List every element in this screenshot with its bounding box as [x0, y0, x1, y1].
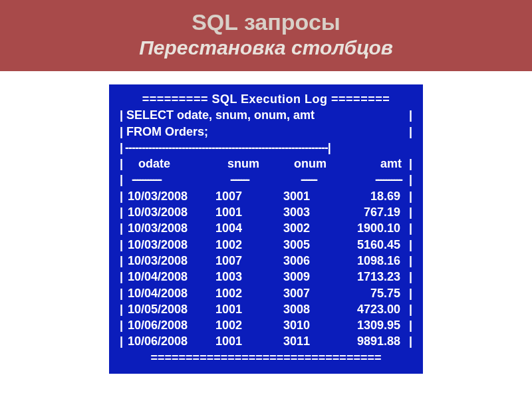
cell-odate: 10/03/2008 — [126, 220, 213, 236]
sql-query-line-2: | FROM Orders; | — [120, 124, 412, 140]
sql-footer: ================================= — [120, 350, 412, 366]
cell-snum: 1002 — [213, 237, 279, 253]
table-row: |10/03/2008100730061098.16| — [120, 253, 412, 269]
pipe-right: | — [403, 253, 412, 269]
cell-odate: 10/06/2008 — [126, 317, 213, 333]
pipe-right: | — [403, 301, 412, 317]
table-row: |10/03/2008100230055160.45| — [120, 237, 412, 253]
cell-onum: 3006 — [279, 253, 339, 269]
col-header-amt: amt — [352, 156, 406, 172]
pipe-right: | — [409, 124, 412, 140]
pipe-right: | — [403, 204, 412, 220]
cell-snum: 1001 — [213, 333, 279, 349]
cell-snum: 1003 — [213, 269, 279, 285]
cell-odate: 10/03/2008 — [126, 253, 213, 269]
pipe-right: | — [403, 285, 412, 301]
table-row: |10/04/2008100330091713.23| — [120, 269, 412, 285]
cell-odate: 10/04/2008 — [126, 269, 213, 285]
pipe-left: | — [120, 156, 126, 172]
pipe-left: | — [120, 188, 126, 204]
sql-query-line-1: | SELECT odate, snum, onum, amt | — [120, 107, 412, 123]
cell-snum: 1002 — [213, 285, 279, 301]
cell-snum: 1007 — [213, 188, 279, 204]
underline-onum: ------ — [286, 172, 352, 188]
pipe-right: | — [403, 188, 412, 204]
cell-amt: 75.75 — [339, 285, 403, 301]
cell-odate: 10/03/2008 — [126, 204, 213, 220]
table-row: |10/06/2008100230101309.95| — [120, 317, 412, 333]
cell-onum: 3005 — [279, 237, 339, 253]
cell-onum: 3009 — [279, 269, 339, 285]
cell-amt: 1900.10 — [339, 220, 403, 236]
cell-odate: 10/03/2008 — [126, 188, 213, 204]
sql-column-headers: | odate snum onum amt | — [120, 156, 412, 172]
pipe-left: | — [120, 220, 126, 236]
pipe-left: | — [120, 285, 126, 301]
table-row: |10/03/20081007300118.69| — [120, 188, 412, 204]
cell-onum: 3002 — [279, 220, 339, 236]
table-row: |10/03/200810013003767.19| — [120, 204, 412, 220]
cell-snum: 1001 — [213, 301, 279, 317]
cell-amt: 18.69 — [339, 188, 403, 204]
col-header-onum: onum — [286, 156, 352, 172]
cell-odate: 10/05/2008 — [126, 301, 213, 317]
sql-underlines: | ----------- ------- ------ ---------- … — [120, 172, 412, 188]
table-row: |10/06/2008100130119891.88| — [120, 333, 412, 349]
page-title: SQL запросы — [0, 9, 532, 35]
col-header-odate: odate — [126, 156, 213, 172]
pipe-right: | — [406, 172, 412, 188]
pipe-left: | — [120, 317, 126, 333]
pipe-right: | — [403, 237, 412, 253]
cell-onum: 3001 — [279, 188, 339, 204]
cell-snum: 1002 — [213, 317, 279, 333]
pipe-right: | — [403, 317, 412, 333]
table-row: |10/05/2008100130084723.00| — [120, 301, 412, 317]
pipe-left: | — [120, 253, 126, 269]
page-subtitle: Перестановка столбцов — [0, 37, 532, 59]
pipe-right: | — [403, 220, 412, 236]
header-band: SQL запросы Перестановка столбцов — [0, 0, 532, 71]
sql-panel: ========= SQL Execution Log ======== | S… — [109, 84, 423, 374]
pipe-right: | — [403, 333, 412, 349]
sql-query-text-2: | FROM Orders; — [120, 124, 208, 140]
pipe-left: | — [120, 269, 126, 285]
cell-amt: 9891.88 — [339, 333, 403, 349]
pipe-left: | — [120, 301, 126, 317]
cell-onum: 3010 — [279, 317, 339, 333]
cell-snum: 1004 — [213, 220, 279, 236]
pipe-right: | — [409, 107, 412, 123]
cell-snum: 1007 — [213, 253, 279, 269]
pipe-right: | — [406, 156, 412, 172]
cell-amt: 1098.16 — [339, 253, 403, 269]
cell-odate: 10/06/2008 — [126, 333, 213, 349]
col-header-snum: snum — [213, 156, 286, 172]
sql-rows: |10/03/20081007300118.69||10/03/20081001… — [120, 188, 412, 350]
cell-amt: 5160.45 — [339, 237, 403, 253]
underline-snum: ------- — [213, 172, 286, 188]
pipe-left: | — [120, 237, 126, 253]
cell-amt: 1309.95 — [339, 317, 403, 333]
cell-onum: 3003 — [279, 204, 339, 220]
cell-amt: 4723.00 — [339, 301, 403, 317]
table-row: |10/04/20081002300775.75| — [120, 285, 412, 301]
pipe-left: | — [120, 204, 126, 220]
cell-onum: 3011 — [279, 333, 339, 349]
cell-onum: 3008 — [279, 301, 339, 317]
cell-amt: 767.19 — [339, 204, 403, 220]
underline-amt: ---------- — [352, 172, 406, 188]
cell-snum: 1001 — [213, 204, 279, 220]
sql-log-title: ========= SQL Execution Log ======== — [120, 91, 412, 107]
pipe-left: | — [120, 333, 126, 349]
cell-amt: 1713.23 — [339, 269, 403, 285]
cell-onum: 3007 — [279, 285, 339, 301]
table-row: |10/03/2008100430021900.10| — [120, 220, 412, 236]
cell-odate: 10/03/2008 — [126, 237, 213, 253]
pipe-right: | — [403, 269, 412, 285]
pipe-left: | — [120, 172, 126, 188]
underline-odate: ----------- — [126, 172, 213, 188]
cell-odate: 10/04/2008 — [126, 285, 213, 301]
sql-separator: | --------------------------------------… — [120, 140, 412, 156]
sql-query-text-1: | SELECT odate, snum, onum, amt — [120, 107, 315, 123]
